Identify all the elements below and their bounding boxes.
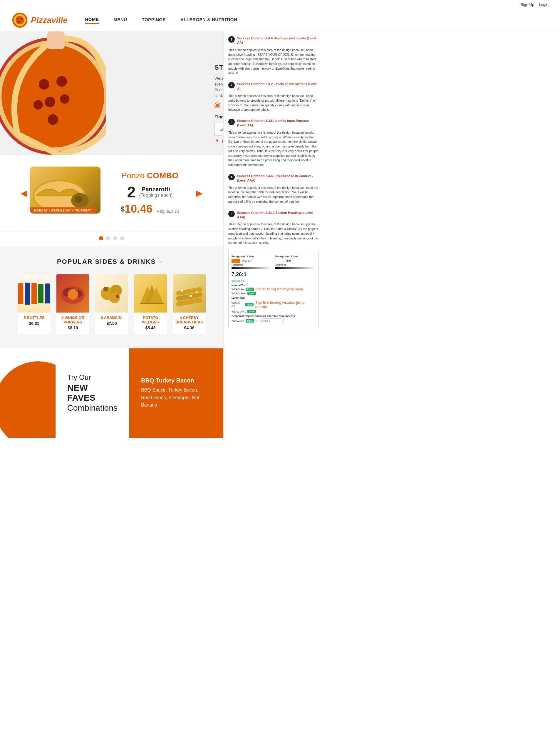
- delivery-radio[interactable]: Delivery: [215, 103, 223, 108]
- criterion-5-number: 5: [228, 210, 235, 217]
- bg-lightness-label: Lightness: [275, 264, 316, 266]
- faves-orange-box: BBQ Turkey Bacon BBQ Sauce, Turkey Bacon…: [129, 348, 223, 438]
- side-name-arancini: 8 ARANCINI: [95, 312, 128, 321]
- new-faves-heading: NEW FAVES Combinations: [67, 383, 118, 413]
- criterion-3-number: 3: [228, 119, 235, 125]
- address-input[interactable]: [215, 123, 223, 136]
- side-item-breadsticks[interactable]: 4 CHEESY BREADSTICKS $4.36: [173, 275, 206, 334]
- svg-point-9: [39, 79, 49, 89]
- fg-lightness-label: Lightness: [232, 264, 272, 266]
- logo-text: Pizzaville: [31, 16, 67, 25]
- combo-prev-button[interactable]: ◀: [18, 185, 30, 201]
- side-item-wings[interactable]: 8 WINGS OR POPPERS $8.10: [56, 275, 89, 334]
- svg-point-28: [116, 294, 119, 298]
- carousel-dot-1[interactable]: [99, 236, 103, 240]
- large-wcag-aa-row: WCAG AA Pass The five boxing wizards jum…: [232, 300, 315, 309]
- text-input-sample[interactable]: [260, 319, 283, 323]
- svg-point-3: [17, 18, 19, 19]
- side-item-wedges[interactable]: POTATO WEDGES $5.48: [134, 275, 167, 334]
- normal-text-label: Normal Text: [232, 284, 315, 287]
- popular-section: POPULAR SIDES & DRINKS ← 5 BOTTLES $6.31: [0, 246, 223, 348]
- foreground-hex: #f17107: [242, 259, 252, 262]
- large-aaa-pass-badge: Pass: [247, 310, 256, 313]
- nav-home[interactable]: HOME: [85, 17, 99, 24]
- carousel-dot-2[interactable]: [106, 236, 110, 240]
- criterion-2-body: This criterion applies to this area of t…: [228, 94, 319, 112]
- pizza-logo-icon: [12, 12, 28, 28]
- popular-section-title: POPULAR SIDES & DRINKS ←: [18, 258, 206, 266]
- side-price-wedges: $5.48: [134, 325, 167, 334]
- side-name-bottles: 5 BOTTLES: [18, 312, 51, 321]
- normal-aa-pass-badge: Pass: [246, 288, 254, 291]
- signup-link[interactable]: Sign Up: [521, 2, 534, 7]
- location-icon: 📍: [215, 139, 219, 144]
- criterion-3-body: This criterion applies to this area of t…: [228, 130, 319, 167]
- background-color-col: Background Color #ffffff Lightness: [275, 255, 316, 269]
- svg-point-14: [47, 114, 58, 125]
- main-content: START YOUR ORDER ← We are now offering c…: [0, 32, 223, 438]
- delivery-radio-circle: [215, 103, 220, 108]
- svg-point-27: [103, 287, 108, 291]
- foreground-label: Foreground Color: [232, 255, 272, 258]
- criterion-4-body: This criterion applies to this area of t…: [228, 186, 319, 204]
- carousel-dot-3[interactable]: [113, 236, 117, 240]
- search-row: SEARCH: [215, 123, 223, 136]
- graphical-checkmark-icon: ✓: [256, 319, 258, 322]
- large-sample-text: The five boxing wizards jump quickly.: [255, 300, 315, 309]
- fg-lightness-bar: [232, 267, 272, 269]
- large-wcag-aaa-row: WCAG AAA Pass: [232, 310, 315, 313]
- side-item-arancini[interactable]: 8 ARANCINI $7.50: [95, 275, 128, 334]
- normal-wcag-aa-row: WCAG AA Pass The five boxing wizards jum…: [232, 288, 315, 291]
- breadsticks-image: [173, 275, 206, 312]
- svg-point-36: [181, 289, 183, 292]
- criterion-4-title: Success Criterion 2.4.4 Link Purpose In …: [237, 174, 319, 183]
- svg-point-37: [189, 294, 192, 297]
- graphical-aa-pass-badge: Pass: [246, 319, 254, 323]
- carousel-dot-4[interactable]: [120, 236, 124, 240]
- nav-toppings[interactable]: TOPPINGS: [142, 17, 166, 23]
- criterion-3-title: Success Criterion 1.3.5: Identify Input …: [237, 119, 319, 128]
- nav-allergen[interactable]: ALLERGEN & NUTRITION: [180, 17, 237, 23]
- find-location-heading: Find your closest Pizzaville: [215, 114, 223, 119]
- svg-point-23: [67, 289, 78, 300]
- days-badge: MONDAY • WEDNESDAY • THURSDAY: [30, 207, 96, 214]
- combo-price: $10.46 Reg. $13.73: [115, 203, 184, 215]
- normal-sample-text: The five boxing wizards jump quickly.: [256, 288, 304, 291]
- criterion-1-number: 1: [228, 36, 235, 43]
- side-price-arancini: $7.50: [95, 321, 128, 329]
- combo-image-area: MONDAY • WEDNESDAY • THURSDAY: [30, 166, 106, 219]
- normal-wcag-aaa-row: WCAG AAA Pass: [232, 292, 315, 295]
- large-aa-pass-badge: Pass: [245, 303, 254, 306]
- svg-point-12: [34, 100, 43, 109]
- side-price-bottles: $6.31: [18, 321, 51, 329]
- criterion-5-block: 5 Success Criterion 2.4.10 Section Headi…: [228, 210, 319, 246]
- svg-point-5: [18, 21, 20, 23]
- carousel-dots: [0, 231, 223, 246]
- login-link[interactable]: Login: [539, 2, 548, 7]
- criterion-1-body: This criterion applies to this area of t…: [228, 48, 319, 76]
- logo-area: Pizzaville: [12, 12, 67, 28]
- faves-section: Try Our NEW FAVES Combinations BBQ Turke…: [0, 348, 223, 438]
- side-price-wings: $8.10: [56, 325, 89, 334]
- criterion-4-block: 4 Success Criterion 2.4.4 Link Purpose I…: [228, 174, 319, 204]
- graphical-wcag-aa-row: WCAG AA Pass ✓: [232, 319, 315, 323]
- faves-image-area: [0, 348, 56, 438]
- wings-image: [56, 275, 89, 312]
- criterion-2-block: 2 Success Criterion 3.3.2 Labels or Inst…: [228, 82, 319, 112]
- combo-next-button[interactable]: ▶: [193, 185, 206, 201]
- right-sidebar: 1 Success Criterion 2.4.6 Headings and L…: [223, 32, 323, 438]
- nav-menu[interactable]: MENU: [114, 17, 127, 23]
- background-label: Background Color: [275, 255, 316, 258]
- order-form-area: START YOUR ORDER ← We are now offering c…: [206, 49, 223, 155]
- large-text-label: Large Text: [232, 297, 315, 299]
- use-location-link[interactable]: 📍 Use My Location: [215, 139, 223, 144]
- side-item-bottles[interactable]: 5 BOTTLES $6.31: [18, 275, 51, 334]
- sides-grid: 5 BOTTLES $6.31 8 WINGS OR POPPERS: [18, 275, 206, 334]
- criterion-3-block: 3 Success Criterion 1.3.5: Identify Inpu…: [228, 119, 319, 167]
- background-swatch: [275, 259, 284, 263]
- combo-title: Ponzo COMBO: [115, 171, 184, 180]
- svg-point-2: [16, 16, 24, 24]
- criterion-1-title: Success Criterion 2.4.6 Headings and Lab…: [237, 36, 319, 45]
- perma-link[interactable]: permaLink: [232, 279, 244, 282]
- svg-point-19: [75, 196, 82, 203]
